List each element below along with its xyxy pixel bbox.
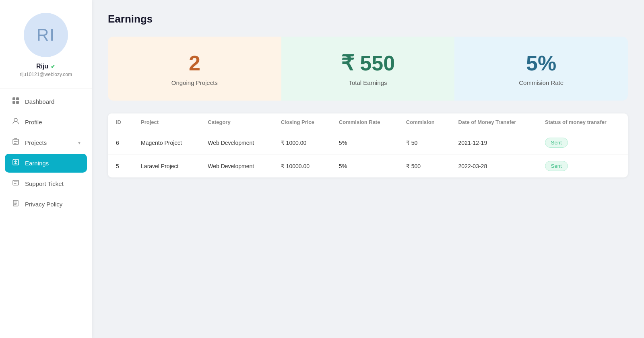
sidebar-item-label-profile: Profile xyxy=(25,119,80,126)
cell-id: 5 xyxy=(108,155,133,178)
status-badge: Sent xyxy=(545,138,568,148)
sidebar-item-profile[interactable]: Profile xyxy=(5,113,87,132)
sidebar: RI Riju ✔ riju10121@weblozy.com Dashboar… xyxy=(0,0,92,338)
table-body: 6 Magento Project Web Development ₹ 1000… xyxy=(108,131,628,178)
summary-cards: 2 Ongoing Projects ₹ 550 Total Earnings … xyxy=(108,37,628,101)
sidebar-item-label-earnings: Earnings xyxy=(25,160,80,167)
user-name-row: Riju ✔ xyxy=(36,63,56,70)
chevron-down-icon: ▾ xyxy=(78,140,80,146)
col-category: Category xyxy=(200,113,272,131)
ongoing-projects-label: Ongoing Projects xyxy=(171,79,218,86)
ongoing-projects-value: 2 xyxy=(189,51,200,75)
cell-status: Sent xyxy=(537,155,628,178)
card-ongoing-projects: 2 Ongoing Projects xyxy=(108,37,281,101)
svg-point-4 xyxy=(14,118,17,122)
projects-icon xyxy=(11,138,20,147)
earnings-icon xyxy=(11,159,20,168)
dashboard-icon xyxy=(11,97,20,106)
cell-status: Sent xyxy=(537,131,628,155)
table-row: 6 Magento Project Web Development ₹ 1000… xyxy=(108,131,628,155)
sidebar-item-label-support-ticket: Support Ticket xyxy=(25,180,80,187)
commission-rate-value: 5% xyxy=(526,51,556,75)
earnings-table-container: ID Project Category Closing Price Commis… xyxy=(108,113,628,177)
nav-divider xyxy=(0,89,92,89)
cell-id: 6 xyxy=(108,131,133,155)
user-name: Riju xyxy=(36,63,48,70)
main-content: Earnings 2 Ongoing Projects ₹ 550 Total … xyxy=(92,0,644,338)
svg-rect-3 xyxy=(16,101,19,104)
svg-rect-7 xyxy=(13,180,19,185)
support-ticket-icon xyxy=(11,179,20,188)
page-title: Earnings xyxy=(108,13,628,25)
card-commission-rate: 5% Commision Rate xyxy=(454,37,628,101)
col-project: Project xyxy=(133,113,200,131)
cell-commission-rate: 5% xyxy=(331,155,398,178)
total-earnings-value: ₹ 550 xyxy=(341,51,395,75)
sidebar-item-support-ticket[interactable]: Support Ticket xyxy=(5,174,87,193)
cell-commission-rate: 5% xyxy=(331,131,398,155)
user-email: riju10121@weblozy.com xyxy=(20,72,72,77)
svg-rect-0 xyxy=(12,97,15,100)
col-status: Status of money transfer xyxy=(537,113,628,131)
sidebar-item-label-privacy-policy: Privacy Policy xyxy=(25,201,80,208)
svg-rect-1 xyxy=(16,97,19,100)
sidebar-item-dashboard[interactable]: Dashboard xyxy=(5,92,87,111)
profile-icon xyxy=(11,117,20,127)
sidebar-item-label-dashboard: Dashboard xyxy=(25,98,80,105)
cell-commission: ₹ 50 xyxy=(398,131,450,155)
sidebar-item-projects[interactable]: Projects ▾ xyxy=(5,133,87,152)
nav-menu: Dashboard Profile Projects ▾ xyxy=(0,92,92,215)
avatar: RI xyxy=(24,13,68,57)
avatar-initials: RI xyxy=(37,25,55,45)
cell-closing-price: ₹ 10000.00 xyxy=(273,155,331,178)
table-row: 5 Laravel Project Web Development ₹ 1000… xyxy=(108,155,628,178)
verified-icon: ✔ xyxy=(51,63,56,70)
cell-date: 2021-12-19 xyxy=(450,131,537,155)
cell-date: 2022-03-28 xyxy=(450,155,537,178)
status-badge: Sent xyxy=(545,161,568,171)
privacy-policy-icon xyxy=(11,200,20,209)
sidebar-item-earnings[interactable]: Earnings xyxy=(5,154,87,173)
table-header: ID Project Category Closing Price Commis… xyxy=(108,113,628,131)
cell-category: Web Development xyxy=(200,155,272,178)
cell-closing-price: ₹ 1000.00 xyxy=(273,131,331,155)
earnings-table: ID Project Category Closing Price Commis… xyxy=(108,113,628,177)
card-total-earnings: ₹ 550 Total Earnings xyxy=(281,37,455,101)
col-id: ID xyxy=(108,113,133,131)
sidebar-item-privacy-policy[interactable]: Privacy Policy xyxy=(5,195,87,214)
cell-project: Laravel Project xyxy=(133,155,200,178)
commission-rate-label: Commision Rate xyxy=(519,79,564,86)
cell-project: Magento Project xyxy=(133,131,200,155)
col-commission: Commision xyxy=(398,113,450,131)
cell-category: Web Development xyxy=(200,131,272,155)
col-commission-rate: Commision Rate xyxy=(331,113,398,131)
total-earnings-label: Total Earnings xyxy=(349,79,387,86)
col-date: Date of Money Transfer xyxy=(450,113,537,131)
sidebar-item-label-projects: Projects xyxy=(25,139,73,146)
col-closing-price: Closing Price xyxy=(273,113,331,131)
cell-commission: ₹ 500 xyxy=(398,155,450,178)
svg-rect-2 xyxy=(12,101,15,104)
